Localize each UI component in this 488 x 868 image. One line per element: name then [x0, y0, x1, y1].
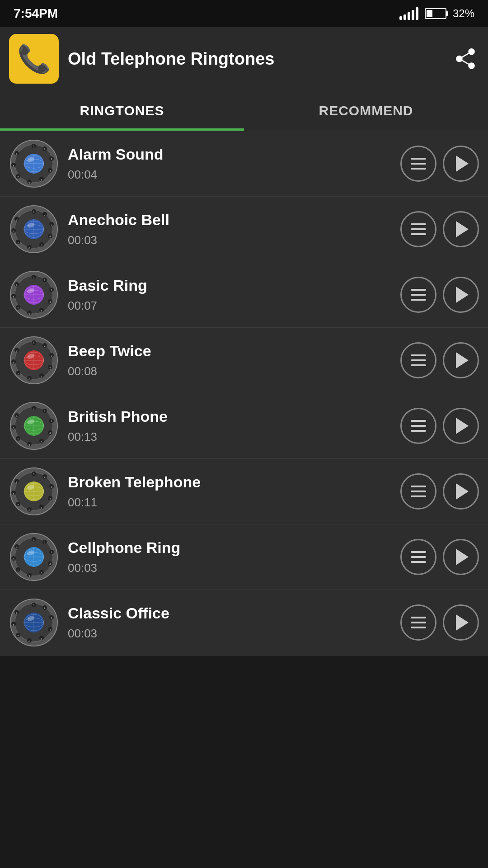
svg-line-3 — [459, 52, 471, 59]
ringtone-list: 1 2 3 4 5 6 7 8 9 Alarm Sound 00:04 — [0, 131, 488, 656]
menu-button[interactable] — [400, 473, 436, 509]
ringtone-duration: 00:07 — [68, 299, 391, 313]
signal-icon — [399, 7, 418, 20]
status-time: 7:54PM — [14, 6, 58, 21]
ringtone-duration: 00:03 — [68, 627, 391, 641]
menu-lines-icon — [411, 486, 426, 497]
menu-lines-icon — [411, 223, 426, 235]
play-button[interactable] — [443, 342, 479, 378]
ringtone-thumbnail: 1 2 3 4 5 6 7 8 9 — [9, 467, 59, 516]
play-button[interactable] — [443, 211, 479, 247]
list-item: 1 2 3 4 5 6 7 8 9 Anechoic Bell 00:03 — [0, 197, 488, 262]
menu-button[interactable] — [400, 146, 436, 182]
play-icon — [456, 418, 469, 434]
play-icon — [456, 156, 469, 172]
svg-point-0 — [468, 48, 475, 55]
ringtone-info: Anechoic Bell 00:03 — [68, 211, 391, 247]
menu-button[interactable] — [400, 211, 436, 247]
ringtone-name: Alarm Sound — [68, 146, 391, 163]
ringtone-thumbnail: 1 2 3 4 5 6 7 8 9 — [9, 598, 59, 647]
status-bar: 7:54PM 32% — [0, 0, 488, 27]
share-button[interactable] — [452, 45, 479, 72]
ringtone-duration: 00:03 — [68, 233, 391, 247]
play-button[interactable] — [443, 146, 479, 182]
menu-button[interactable] — [400, 539, 436, 575]
ringtone-thumbnail: 1 2 3 4 5 6 7 8 9 — [9, 532, 59, 582]
ringtone-actions — [400, 539, 479, 575]
list-item: 1 2 3 4 5 6 7 8 9 Broken Telephone 00:11 — [0, 459, 488, 524]
play-icon — [456, 287, 469, 303]
menu-lines-icon — [411, 420, 426, 432]
ringtone-name: Classic Office — [68, 604, 391, 622]
ringtone-info: Beep Twice 00:08 — [68, 342, 391, 378]
menu-button[interactable] — [400, 408, 436, 444]
play-button[interactable] — [443, 277, 479, 313]
svg-line-4 — [459, 59, 471, 66]
ringtone-duration: 00:11 — [68, 495, 391, 509]
ringtone-actions — [400, 342, 479, 378]
app-header: 📞 Old Telephone Ringtones — [0, 27, 488, 90]
ringtone-thumbnail: 1 2 3 4 5 6 7 8 9 — [9, 139, 59, 189]
app-title: Old Telephone Ringtones — [68, 49, 443, 69]
list-item: 1 2 3 4 5 6 7 8 9 British Phone 00:13 — [0, 393, 488, 459]
menu-button[interactable] — [400, 277, 436, 313]
ringtone-info: Basic Ring 00:07 — [68, 277, 391, 313]
ringtone-name: Basic Ring — [68, 277, 391, 294]
svg-point-1 — [456, 56, 463, 62]
tab-recommend[interactable]: RECOMMEND — [244, 90, 488, 131]
ringtone-duration: 00:08 — [68, 364, 391, 378]
ringtone-name: Anechoic Bell — [68, 211, 391, 229]
ringtone-name: Cellphone Ring — [68, 539, 391, 557]
play-icon — [456, 483, 469, 500]
ringtone-info: British Phone 00:13 — [68, 408, 391, 444]
ringtone-duration: 00:03 — [68, 561, 391, 575]
tabs-bar: RINGTONES RECOMMEND — [0, 90, 488, 131]
menu-lines-icon — [411, 354, 426, 366]
ringtone-actions — [400, 146, 479, 182]
app-icon: 📞 — [9, 34, 59, 84]
play-button[interactable] — [443, 473, 479, 509]
ringtone-actions — [400, 604, 479, 641]
ringtone-actions — [400, 473, 479, 509]
ringtone-actions — [400, 211, 479, 247]
menu-button[interactable] — [400, 604, 436, 641]
ringtone-info: Cellphone Ring 00:03 — [68, 539, 391, 575]
ringtone-thumbnail: 1 2 3 4 5 6 7 8 9 — [9, 401, 59, 451]
menu-lines-icon — [411, 289, 426, 301]
battery-icon: 32% — [425, 7, 474, 20]
play-button[interactable] — [443, 539, 479, 575]
ringtone-name: Broken Telephone — [68, 473, 391, 491]
ringtone-thumbnail: 1 2 3 4 5 6 7 8 9 — [9, 270, 59, 320]
ringtone-name: British Phone — [68, 408, 391, 425]
status-icons: 32% — [399, 7, 474, 20]
play-button[interactable] — [443, 408, 479, 444]
tab-ringtones[interactable]: RINGTONES — [0, 90, 244, 131]
ringtone-info: Alarm Sound 00:04 — [68, 146, 391, 182]
list-item: 1 2 3 4 5 6 7 8 9 Basic Ring 00:07 — [0, 262, 488, 328]
play-icon — [456, 614, 469, 631]
ringtone-info: Classic Office 00:03 — [68, 604, 391, 641]
menu-lines-icon — [411, 551, 426, 563]
list-item: 1 2 3 4 5 6 7 8 9 Alarm Sound 00:04 — [0, 131, 488, 197]
ringtone-thumbnail: 1 2 3 4 5 6 7 8 9 — [9, 204, 59, 254]
play-icon — [456, 549, 469, 565]
play-button[interactable] — [443, 604, 479, 641]
ringtone-actions — [400, 277, 479, 313]
menu-lines-icon — [411, 158, 426, 170]
play-icon — [456, 352, 469, 368]
ringtone-info: Broken Telephone 00:11 — [68, 473, 391, 509]
list-item: 1 2 3 4 5 6 7 8 9 Classic Office 00:03 — [0, 590, 488, 656]
ringtone-duration: 00:13 — [68, 430, 391, 444]
ringtone-duration: 00:04 — [68, 168, 391, 182]
list-item: 1 2 3 4 5 6 7 8 9 Cellphone Ring 00:03 — [0, 524, 488, 590]
list-item: 1 2 3 4 5 6 7 8 9 Beep Twice 00:08 — [0, 328, 488, 393]
battery-percent: 32% — [453, 7, 474, 20]
ringtone-name: Beep Twice — [68, 342, 391, 360]
ringtone-actions — [400, 408, 479, 444]
svg-point-2 — [468, 62, 475, 69]
ringtone-thumbnail: 1 2 3 4 5 6 7 8 9 — [9, 335, 59, 385]
menu-button[interactable] — [400, 342, 436, 378]
play-icon — [456, 221, 469, 237]
menu-lines-icon — [411, 617, 426, 628]
